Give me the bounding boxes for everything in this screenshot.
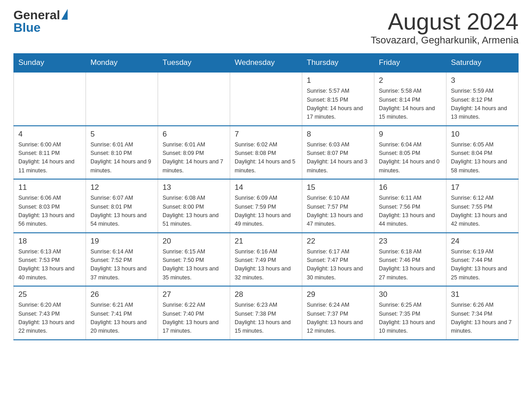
- logo: General Blue: [13, 9, 68, 34]
- day-number: 11: [18, 183, 81, 192]
- calendar-cell: [230, 72, 302, 126]
- day-number: 10: [451, 130, 514, 139]
- day-info: Sunrise: 5:57 AM Sunset: 8:15 PM Dayligh…: [307, 87, 369, 122]
- day-number: 16: [379, 183, 442, 192]
- calendar-week-row: 1Sunrise: 5:57 AM Sunset: 8:15 PM Daylig…: [14, 72, 519, 126]
- day-info: Sunrise: 6:11 AM Sunset: 7:56 PM Dayligh…: [379, 194, 442, 229]
- day-info: Sunrise: 5:59 AM Sunset: 8:12 PM Dayligh…: [451, 87, 514, 122]
- day-number: 25: [18, 290, 81, 299]
- calendar-cell: 20Sunrise: 6:15 AM Sunset: 7:50 PM Dayli…: [158, 233, 230, 287]
- weekday-header-saturday: Saturday: [446, 54, 519, 73]
- day-info: Sunrise: 6:06 AM Sunset: 8:03 PM Dayligh…: [18, 194, 81, 229]
- day-number: 1: [307, 76, 369, 85]
- logo-triangle-icon: [61, 9, 68, 20]
- day-number: 19: [90, 237, 153, 246]
- calendar-week-row: 11Sunrise: 6:06 AM Sunset: 8:03 PM Dayli…: [14, 179, 519, 233]
- calendar-cell: 18Sunrise: 6:13 AM Sunset: 7:53 PM Dayli…: [14, 233, 86, 287]
- day-info: Sunrise: 6:14 AM Sunset: 7:52 PM Dayligh…: [90, 248, 153, 283]
- day-info: Sunrise: 6:15 AM Sunset: 7:50 PM Dayligh…: [163, 248, 225, 283]
- day-info: Sunrise: 6:08 AM Sunset: 8:00 PM Dayligh…: [163, 194, 225, 229]
- calendar-cell: 11Sunrise: 6:06 AM Sunset: 8:03 PM Dayli…: [14, 179, 86, 233]
- calendar-header-row: SundayMondayTuesdayWednesdayThursdayFrid…: [14, 54, 519, 73]
- day-number: 6: [163, 130, 225, 139]
- calendar-cell: 29Sunrise: 6:24 AM Sunset: 7:37 PM Dayli…: [302, 286, 374, 340]
- day-number: 12: [90, 183, 153, 192]
- calendar-cell: 13Sunrise: 6:08 AM Sunset: 8:00 PM Dayli…: [158, 179, 230, 233]
- day-number: 2: [379, 76, 442, 85]
- calendar-cell: 31Sunrise: 6:26 AM Sunset: 7:34 PM Dayli…: [446, 286, 519, 340]
- calendar-cell: 28Sunrise: 6:23 AM Sunset: 7:38 PM Dayli…: [230, 286, 302, 340]
- calendar-cell: 9Sunrise: 6:04 AM Sunset: 8:05 PM Daylig…: [374, 126, 446, 180]
- calendar-week-row: 4Sunrise: 6:00 AM Sunset: 8:11 PM Daylig…: [14, 126, 519, 180]
- calendar-cell: 7Sunrise: 6:02 AM Sunset: 8:08 PM Daylig…: [230, 126, 302, 180]
- logo-blue-text: Blue: [13, 21, 41, 34]
- day-number: 8: [307, 130, 369, 139]
- calendar-week-row: 18Sunrise: 6:13 AM Sunset: 7:53 PM Dayli…: [14, 233, 519, 287]
- day-info: Sunrise: 6:07 AM Sunset: 8:01 PM Dayligh…: [90, 194, 153, 229]
- day-number: 9: [379, 130, 442, 139]
- day-number: 29: [307, 290, 369, 299]
- day-number: 23: [379, 237, 442, 246]
- day-number: 22: [307, 237, 369, 246]
- calendar-cell: 21Sunrise: 6:16 AM Sunset: 7:49 PM Dayli…: [230, 233, 302, 287]
- calendar-cell: 14Sunrise: 6:09 AM Sunset: 7:59 PM Dayli…: [230, 179, 302, 233]
- calendar-cell: 10Sunrise: 6:05 AM Sunset: 8:04 PM Dayli…: [446, 126, 519, 180]
- day-number: 31: [451, 290, 514, 299]
- calendar-cell: 27Sunrise: 6:22 AM Sunset: 7:40 PM Dayli…: [158, 286, 230, 340]
- weekday-header-thursday: Thursday: [302, 54, 374, 73]
- day-info: Sunrise: 6:20 AM Sunset: 7:43 PM Dayligh…: [18, 301, 81, 336]
- calendar-cell: 19Sunrise: 6:14 AM Sunset: 7:52 PM Dayli…: [86, 233, 158, 287]
- day-number: 3: [451, 76, 514, 85]
- day-info: Sunrise: 6:05 AM Sunset: 8:04 PM Dayligh…: [451, 141, 514, 176]
- day-number: 20: [163, 237, 225, 246]
- calendar-cell: 16Sunrise: 6:11 AM Sunset: 7:56 PM Dayli…: [374, 179, 446, 233]
- day-info: Sunrise: 6:10 AM Sunset: 7:57 PM Dayligh…: [307, 194, 369, 229]
- location-title: Tsovazard, Gegharkunik, Armenia: [371, 34, 519, 46]
- day-number: 18: [18, 237, 81, 246]
- day-info: Sunrise: 6:09 AM Sunset: 7:59 PM Dayligh…: [235, 194, 297, 229]
- calendar-table: SundayMondayTuesdayWednesdayThursdayFrid…: [13, 53, 519, 340]
- day-info: Sunrise: 6:01 AM Sunset: 8:10 PM Dayligh…: [90, 141, 153, 176]
- day-number: 7: [235, 130, 297, 139]
- day-number: 15: [307, 183, 369, 192]
- calendar-cell: 2Sunrise: 5:58 AM Sunset: 8:14 PM Daylig…: [374, 72, 446, 126]
- weekday-header-monday: Monday: [86, 54, 158, 73]
- calendar-week-row: 25Sunrise: 6:20 AM Sunset: 7:43 PM Dayli…: [14, 286, 519, 340]
- day-number: 14: [235, 183, 297, 192]
- day-info: Sunrise: 5:58 AM Sunset: 8:14 PM Dayligh…: [379, 87, 442, 122]
- day-number: 5: [90, 130, 153, 139]
- page-header: General Blue August 2024 Tsovazard, Gegh…: [13, 9, 519, 46]
- day-info: Sunrise: 6:03 AM Sunset: 8:07 PM Dayligh…: [307, 141, 369, 176]
- day-info: Sunrise: 6:21 AM Sunset: 7:41 PM Dayligh…: [90, 301, 153, 336]
- calendar-cell: 12Sunrise: 6:07 AM Sunset: 8:01 PM Dayli…: [86, 179, 158, 233]
- calendar-cell: [14, 72, 86, 126]
- day-info: Sunrise: 6:22 AM Sunset: 7:40 PM Dayligh…: [163, 301, 225, 336]
- calendar-cell: 1Sunrise: 5:57 AM Sunset: 8:15 PM Daylig…: [302, 72, 374, 126]
- day-info: Sunrise: 6:19 AM Sunset: 7:44 PM Dayligh…: [451, 248, 514, 283]
- day-info: Sunrise: 6:24 AM Sunset: 7:37 PM Dayligh…: [307, 301, 369, 336]
- calendar-cell: 24Sunrise: 6:19 AM Sunset: 7:44 PM Dayli…: [446, 233, 519, 287]
- title-block: August 2024 Tsovazard, Gegharkunik, Arme…: [371, 9, 519, 46]
- day-info: Sunrise: 6:26 AM Sunset: 7:34 PM Dayligh…: [451, 301, 514, 336]
- calendar-cell: 8Sunrise: 6:03 AM Sunset: 8:07 PM Daylig…: [302, 126, 374, 180]
- calendar-cell: 26Sunrise: 6:21 AM Sunset: 7:41 PM Dayli…: [86, 286, 158, 340]
- day-number: 24: [451, 237, 514, 246]
- day-number: 4: [18, 130, 81, 139]
- calendar-cell: 6Sunrise: 6:01 AM Sunset: 8:09 PM Daylig…: [158, 126, 230, 180]
- day-number: 26: [90, 290, 153, 299]
- day-number: 28: [235, 290, 297, 299]
- day-info: Sunrise: 6:13 AM Sunset: 7:53 PM Dayligh…: [18, 248, 81, 283]
- day-info: Sunrise: 6:18 AM Sunset: 7:46 PM Dayligh…: [379, 248, 442, 283]
- calendar-cell: 30Sunrise: 6:25 AM Sunset: 7:35 PM Dayli…: [374, 286, 446, 340]
- day-info: Sunrise: 6:01 AM Sunset: 8:09 PM Dayligh…: [163, 141, 225, 176]
- day-info: Sunrise: 6:17 AM Sunset: 7:47 PM Dayligh…: [307, 248, 369, 283]
- day-number: 27: [163, 290, 225, 299]
- weekday-header-tuesday: Tuesday: [158, 54, 230, 73]
- day-info: Sunrise: 6:00 AM Sunset: 8:11 PM Dayligh…: [18, 141, 81, 176]
- weekday-header-wednesday: Wednesday: [230, 54, 302, 73]
- calendar-cell: 23Sunrise: 6:18 AM Sunset: 7:46 PM Dayli…: [374, 233, 446, 287]
- month-title: August 2024: [371, 9, 519, 34]
- weekday-header-friday: Friday: [374, 54, 446, 73]
- calendar-cell: 15Sunrise: 6:10 AM Sunset: 7:57 PM Dayli…: [302, 179, 374, 233]
- logo-general-text: General: [13, 9, 60, 21]
